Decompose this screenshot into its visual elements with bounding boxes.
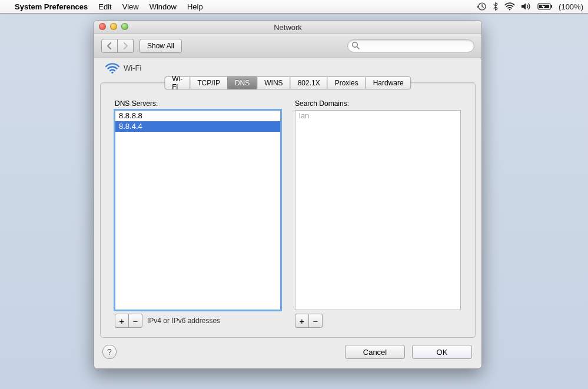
tab-hardware[interactable]: Hardware xyxy=(366,77,411,89)
svg-point-7 xyxy=(111,72,113,74)
remove-domain-button[interactable]: − xyxy=(309,314,323,328)
list-item[interactable]: lan xyxy=(295,111,460,121)
search-domains-column: Search Domains: lan + − xyxy=(295,99,461,328)
wifi-icon[interactable] xyxy=(504,2,515,11)
dns-servers-column: DNS Servers: 8.8.8.8 8.8.4.4 + − IPv4 or… xyxy=(115,99,281,328)
edit-menu[interactable]: Edit xyxy=(93,2,117,11)
tab-wins[interactable]: WINS xyxy=(257,77,290,89)
tab-content-pane: DNS Servers: 8.8.8.8 8.8.4.4 + − IPv4 or… xyxy=(100,82,476,338)
bluetooth-icon[interactable] xyxy=(493,2,499,11)
tab-8021x[interactable]: 802.1X xyxy=(290,77,327,89)
dns-servers-list[interactable]: 8.8.8.8 8.8.4.4 xyxy=(115,110,281,310)
svg-point-1 xyxy=(509,9,510,10)
forward-button[interactable] xyxy=(118,39,134,53)
search-icon xyxy=(351,41,360,49)
system-menubar: System Preferences Edit View Window Help… xyxy=(0,0,588,14)
window-title: Network xyxy=(274,23,302,32)
advanced-tabs: Wi-Fi TCP/IP DNS WINS 802.1X Proxies Har… xyxy=(164,77,411,89)
help-button[interactable]: ? xyxy=(102,345,117,359)
window-menu[interactable]: Window xyxy=(144,2,182,11)
traffic-lights[interactable] xyxy=(99,23,128,30)
back-button[interactable] xyxy=(101,39,118,53)
battery-icon[interactable] xyxy=(537,2,553,11)
list-item[interactable]: 8.8.8.8 xyxy=(115,111,280,121)
tab-tcpip[interactable]: TCP/IP xyxy=(190,77,227,89)
ok-button[interactable]: OK xyxy=(412,345,472,359)
show-all-button[interactable]: Show All xyxy=(139,39,182,53)
add-dns-button[interactable]: + xyxy=(115,314,129,328)
dns-hint: IPv4 or IPv6 addresses xyxy=(147,317,220,325)
remove-dns-button[interactable]: − xyxy=(129,314,142,328)
close-button[interactable] xyxy=(99,23,106,30)
window-titlebar[interactable]: Network xyxy=(94,21,481,34)
list-item[interactable]: 8.8.4.4 xyxy=(115,121,280,132)
add-domain-button[interactable]: + xyxy=(295,314,309,328)
volume-icon[interactable] xyxy=(521,2,531,11)
time-machine-icon[interactable] xyxy=(477,2,487,11)
toolbar: Show All xyxy=(94,34,481,58)
cancel-button[interactable]: Cancel xyxy=(345,345,405,359)
network-window: Network Show All xyxy=(94,20,482,369)
tab-wifi[interactable]: Wi-Fi xyxy=(164,77,190,89)
interface-wifi-icon xyxy=(105,62,119,73)
help-menu[interactable]: Help xyxy=(182,2,208,11)
zoom-button[interactable] xyxy=(121,23,128,30)
tab-dns[interactable]: DNS xyxy=(227,77,257,89)
battery-percent: (100%) xyxy=(559,2,583,11)
dialog-footer: ? Cancel OK xyxy=(102,343,472,361)
interface-name: Wi-Fi xyxy=(124,64,141,72)
nav-back-forward xyxy=(101,39,134,53)
svg-line-6 xyxy=(357,46,359,49)
search-wrapper xyxy=(347,39,474,52)
svg-rect-3 xyxy=(551,5,552,8)
view-menu[interactable]: View xyxy=(117,2,144,11)
search-input[interactable] xyxy=(347,39,474,52)
app-menu[interactable]: System Preferences xyxy=(9,2,93,11)
minimize-button[interactable] xyxy=(110,23,117,30)
search-domains-label: Search Domains: xyxy=(295,99,461,108)
dns-servers-label: DNS Servers: xyxy=(115,99,281,108)
search-domains-list[interactable]: lan xyxy=(295,110,461,310)
tab-proxies[interactable]: Proxies xyxy=(327,77,366,89)
